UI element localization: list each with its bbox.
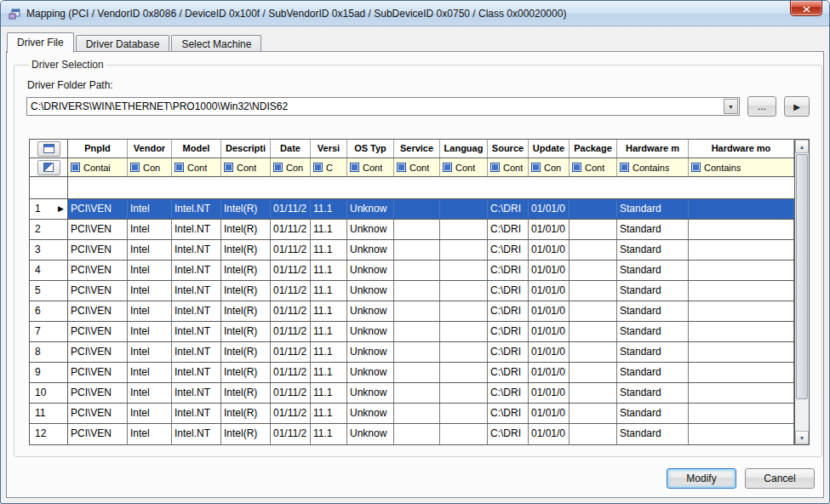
- grid-cell[interactable]: [689, 281, 794, 301]
- close-button[interactable]: [790, 1, 822, 16]
- scroll-down-button[interactable]: ▼: [795, 431, 809, 444]
- grid-cell[interactable]: Intel(R): [221, 383, 271, 403]
- grid-cell[interactable]: PCI\VEN: [68, 281, 128, 301]
- column-header[interactable]: Update: [529, 140, 570, 158]
- grid-cell[interactable]: PCI\VEN: [68, 363, 128, 382]
- grid-cell[interactable]: Intel(R): [221, 322, 271, 341]
- grid-cell[interactable]: Unknow: [347, 199, 394, 219]
- grid-cell[interactable]: 01/01/0: [529, 322, 570, 341]
- grid-cell[interactable]: Intel(R): [221, 199, 271, 219]
- grid-cell[interactable]: [689, 261, 794, 280]
- grid-cell[interactable]: 11.1: [311, 220, 347, 239]
- column-header[interactable]: OS Typ: [347, 140, 394, 158]
- filter-cell[interactable]: Con: [271, 158, 311, 176]
- grid-cell[interactable]: [440, 383, 488, 403]
- grid-cell[interactable]: Intel: [128, 342, 172, 362]
- grid-cell[interactable]: [570, 240, 617, 260]
- grid-cell[interactable]: 01/11/2: [271, 322, 311, 341]
- grid-cell[interactable]: [394, 363, 440, 382]
- grid-cell[interactable]: [394, 199, 440, 219]
- grid-cell[interactable]: Intel: [128, 281, 172, 301]
- grid-vertical-scrollbar[interactable]: ▲ ▼: [794, 140, 809, 444]
- grid-cell[interactable]: 11.1: [311, 261, 347, 280]
- grid-cell[interactable]: Unknow: [347, 281, 394, 301]
- grid-cell[interactable]: Unknow: [347, 220, 394, 239]
- row-header[interactable]: 6: [30, 301, 68, 321]
- grid-cell[interactable]: Intel(R): [221, 220, 271, 239]
- grid-cell[interactable]: Intel.NT: [172, 301, 221, 321]
- row-header[interactable]: 8: [30, 342, 68, 362]
- grid-cell[interactable]: Intel(R): [221, 281, 271, 301]
- grid-cell[interactable]: Intel: [128, 404, 172, 423]
- combo-dropdown-button[interactable]: ▼: [724, 99, 738, 114]
- grid-cell[interactable]: Unknow: [347, 322, 394, 341]
- grid-cell[interactable]: 01/01/0: [529, 342, 570, 362]
- grid-cell[interactable]: 01/01/0: [529, 199, 570, 219]
- filter-cell[interactable]: Cont: [570, 158, 617, 176]
- grid-cell[interactable]: 01/11/2: [271, 424, 311, 444]
- filter-cell[interactable]: Cont: [394, 158, 440, 176]
- grid-cell[interactable]: 01/01/0: [529, 363, 570, 382]
- titlebar[interactable]: Mapping (PCI / VendorID 0x8086 / DeviceI…: [1, 1, 829, 26]
- row-header[interactable]: 11: [30, 404, 68, 423]
- grid-cell[interactable]: 01/01/0: [529, 261, 570, 280]
- grid-cell[interactable]: Intel.NT: [172, 261, 221, 280]
- grid-cell[interactable]: PCI\VEN: [68, 220, 128, 239]
- grid-cell[interactable]: [689, 199, 794, 219]
- grid-cell[interactable]: C:\DRI: [488, 404, 529, 423]
- grid-cell[interactable]: Intel: [128, 240, 172, 260]
- column-header[interactable]: Source: [488, 140, 529, 158]
- grid-cell[interactable]: [689, 301, 794, 321]
- column-header[interactable]: Languag: [440, 140, 488, 158]
- grid-cell[interactable]: [394, 240, 440, 260]
- filter-cell[interactable]: C: [311, 158, 347, 176]
- grid-cell[interactable]: Unknow: [347, 342, 394, 362]
- grid-cell[interactable]: [570, 424, 617, 444]
- grid-cell[interactable]: 01/01/0: [529, 281, 570, 301]
- grid-cell[interactable]: [689, 383, 794, 403]
- grid-cell[interactable]: Unknow: [347, 301, 394, 321]
- grid-cell[interactable]: C:\DRI: [488, 301, 529, 321]
- grid-cell[interactable]: [440, 261, 488, 280]
- grid-cell[interactable]: 11.1: [311, 404, 347, 423]
- grid-cell[interactable]: Unknow: [347, 383, 394, 403]
- tab-driver-database[interactable]: Driver Database: [76, 35, 170, 53]
- grid-cell[interactable]: C:\DRI: [488, 424, 529, 444]
- grid-cell[interactable]: PCI\VEN: [68, 301, 128, 321]
- grid-cell[interactable]: Intel.NT: [172, 281, 221, 301]
- grid-cell[interactable]: C:\DRI: [488, 281, 529, 301]
- filter-cell[interactable]: Contains: [617, 158, 689, 176]
- grid-cell[interactable]: 11.1: [311, 281, 347, 301]
- grid-cell[interactable]: [570, 281, 617, 301]
- grid-cell[interactable]: [440, 301, 488, 321]
- grid-cell[interactable]: 01/01/0: [529, 220, 570, 239]
- grid-cell[interactable]: Intel.NT: [172, 199, 221, 219]
- grid-cell[interactable]: Standard: [617, 301, 689, 321]
- grid-cell[interactable]: [440, 240, 488, 260]
- grid-cell[interactable]: C:\DRI: [488, 363, 529, 382]
- grid-cell[interactable]: PCI\VEN: [68, 424, 128, 444]
- filter-cell[interactable]: Cont: [172, 158, 221, 176]
- grid-cell[interactable]: Standard: [617, 363, 689, 382]
- grid-cell[interactable]: 11.1: [311, 199, 347, 219]
- grid-cell[interactable]: 11.1: [311, 240, 347, 260]
- column-header[interactable]: Date: [271, 140, 311, 158]
- grid-cell[interactable]: Intel: [128, 220, 172, 239]
- grid-cell[interactable]: Intel: [128, 363, 172, 382]
- filter-cell[interactable]: Con: [128, 158, 172, 176]
- grid-cell[interactable]: C:\DRI: [488, 322, 529, 341]
- grid-cell[interactable]: Standard: [617, 322, 689, 341]
- grid-cell[interactable]: [689, 342, 794, 362]
- column-header[interactable]: Versi: [311, 140, 347, 158]
- grid-cell[interactable]: [440, 404, 488, 423]
- grid-cell[interactable]: [394, 220, 440, 239]
- filter-row-button[interactable]: [37, 160, 60, 175]
- grid-cell[interactable]: 11.1: [311, 342, 347, 362]
- grid-cell[interactable]: Intel.NT: [172, 404, 221, 423]
- row-header[interactable]: 4: [30, 261, 68, 280]
- grid-cell[interactable]: [394, 301, 440, 321]
- grid-cell[interactable]: 01/01/0: [529, 240, 570, 260]
- grid-cell[interactable]: [570, 301, 617, 321]
- column-header[interactable]: Service: [394, 140, 440, 158]
- grid-cell[interactable]: PCI\VEN: [68, 383, 128, 403]
